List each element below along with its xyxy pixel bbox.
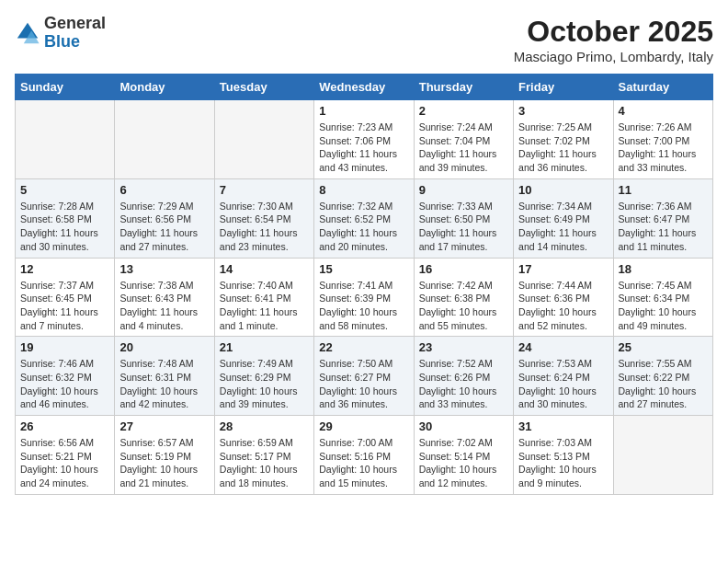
day-info: Sunrise: 7:34 AM Sunset: 6:49 PM Dayligh… (518, 200, 608, 254)
day-number: 21 (220, 340, 309, 354)
calendar-cell: 17Sunrise: 7:44 AM Sunset: 6:36 PM Dayli… (514, 258, 613, 337)
logo: General Blue (15, 15, 106, 52)
title-block: October 2025 Masciago Primo, Lombardy, I… (514, 15, 713, 64)
calendar-cell: 11Sunrise: 7:36 AM Sunset: 6:47 PM Dayli… (613, 178, 712, 258)
calendar-cell: 8Sunrise: 7:32 AM Sunset: 6:52 PM Daylig… (314, 178, 414, 258)
calendar-week-row: 26Sunrise: 6:56 AM Sunset: 5:21 PM Dayli… (16, 416, 713, 495)
calendar-cell: 23Sunrise: 7:52 AM Sunset: 6:26 PM Dayli… (414, 337, 513, 416)
calendar-cell: 19Sunrise: 7:46 AM Sunset: 6:32 PM Dayli… (16, 337, 115, 416)
day-info: Sunrise: 7:30 AM Sunset: 6:54 PM Dayligh… (220, 200, 309, 254)
weekday-header-friday: Friday (514, 75, 613, 100)
calendar-cell: 29Sunrise: 7:00 AM Sunset: 5:16 PM Dayli… (314, 416, 414, 495)
day-info: Sunrise: 7:26 AM Sunset: 7:00 PM Dayligh… (619, 121, 708, 175)
day-info: Sunrise: 7:29 AM Sunset: 6:56 PM Dayligh… (119, 200, 209, 254)
calendar-cell (115, 100, 214, 179)
day-info: Sunrise: 7:00 AM Sunset: 5:16 PM Dayligh… (319, 436, 408, 490)
calendar-cell: 31Sunrise: 7:03 AM Sunset: 5:13 PM Dayli… (514, 416, 613, 495)
day-info: Sunrise: 7:28 AM Sunset: 6:58 PM Dayligh… (20, 200, 109, 254)
day-number: 30 (419, 419, 508, 433)
day-info: Sunrise: 7:49 AM Sunset: 6:29 PM Dayligh… (220, 357, 309, 411)
logo-text: General Blue (44, 15, 106, 52)
calendar-cell: 7Sunrise: 7:30 AM Sunset: 6:54 PM Daylig… (214, 178, 313, 258)
calendar-cell: 27Sunrise: 6:57 AM Sunset: 5:19 PM Dayli… (115, 416, 214, 495)
day-info: Sunrise: 7:23 AM Sunset: 7:06 PM Dayligh… (319, 121, 408, 175)
calendar-cell: 26Sunrise: 6:56 AM Sunset: 5:21 PM Dayli… (16, 416, 115, 495)
weekday-header-tuesday: Tuesday (214, 75, 313, 100)
calendar-cell: 5Sunrise: 7:28 AM Sunset: 6:58 PM Daylig… (16, 178, 115, 258)
weekday-header-row: SundayMondayTuesdayWednesdayThursdayFrid… (16, 75, 713, 100)
day-info: Sunrise: 7:53 AM Sunset: 6:24 PM Dayligh… (518, 357, 608, 411)
day-number: 8 (319, 183, 408, 197)
day-info: Sunrise: 7:33 AM Sunset: 6:50 PM Dayligh… (419, 200, 508, 254)
day-info: Sunrise: 7:38 AM Sunset: 6:43 PM Dayligh… (119, 279, 209, 333)
day-number: 2 (419, 104, 508, 118)
month-title: October 2025 (514, 15, 713, 49)
calendar-cell: 1Sunrise: 7:23 AM Sunset: 7:06 PM Daylig… (314, 100, 414, 179)
calendar-cell: 30Sunrise: 7:02 AM Sunset: 5:14 PM Dayli… (414, 416, 513, 495)
calendar: SundayMondayTuesdayWednesdayThursdayFrid… (15, 74, 713, 495)
day-number: 17 (518, 262, 608, 276)
calendar-cell: 14Sunrise: 7:40 AM Sunset: 6:41 PM Dayli… (214, 258, 313, 337)
day-number: 14 (220, 262, 309, 276)
day-info: Sunrise: 7:52 AM Sunset: 6:26 PM Dayligh… (419, 357, 508, 411)
logo-blue: Blue (44, 32, 80, 51)
day-number: 19 (20, 340, 109, 354)
day-number: 3 (518, 104, 608, 118)
calendar-week-row: 19Sunrise: 7:46 AM Sunset: 6:32 PM Dayli… (16, 337, 713, 416)
day-number: 6 (119, 183, 209, 197)
calendar-cell: 4Sunrise: 7:26 AM Sunset: 7:00 PM Daylig… (613, 100, 712, 179)
day-info: Sunrise: 7:50 AM Sunset: 6:27 PM Dayligh… (319, 357, 408, 411)
day-info: Sunrise: 7:37 AM Sunset: 6:45 PM Dayligh… (20, 279, 109, 333)
day-number: 15 (319, 262, 408, 276)
day-info: Sunrise: 7:36 AM Sunset: 6:47 PM Dayligh… (619, 200, 708, 254)
calendar-cell: 15Sunrise: 7:41 AM Sunset: 6:39 PM Dayli… (314, 258, 414, 337)
day-number: 18 (619, 262, 708, 276)
day-number: 13 (119, 262, 209, 276)
weekday-header-sunday: Sunday (16, 75, 115, 100)
day-number: 26 (20, 419, 109, 433)
calendar-cell (214, 100, 313, 179)
calendar-cell: 2Sunrise: 7:24 AM Sunset: 7:04 PM Daylig… (414, 100, 513, 179)
day-number: 24 (518, 340, 608, 354)
calendar-cell: 25Sunrise: 7:55 AM Sunset: 6:22 PM Dayli… (613, 337, 712, 416)
day-number: 22 (319, 340, 408, 354)
calendar-cell: 9Sunrise: 7:33 AM Sunset: 6:50 PM Daylig… (414, 178, 513, 258)
day-number: 28 (220, 419, 309, 433)
day-info: Sunrise: 7:02 AM Sunset: 5:14 PM Dayligh… (419, 436, 508, 490)
calendar-cell: 16Sunrise: 7:42 AM Sunset: 6:38 PM Dayli… (414, 258, 513, 337)
day-info: Sunrise: 7:48 AM Sunset: 6:31 PM Dayligh… (119, 357, 209, 411)
calendar-cell: 20Sunrise: 7:48 AM Sunset: 6:31 PM Dayli… (115, 337, 214, 416)
day-info: Sunrise: 7:45 AM Sunset: 6:34 PM Dayligh… (619, 279, 708, 333)
weekday-header-thursday: Thursday (414, 75, 513, 100)
day-number: 31 (518, 419, 608, 433)
location: Masciago Primo, Lombardy, Italy (514, 49, 713, 64)
day-info: Sunrise: 7:03 AM Sunset: 5:13 PM Dayligh… (518, 436, 608, 490)
calendar-cell: 6Sunrise: 7:29 AM Sunset: 6:56 PM Daylig… (115, 178, 214, 258)
day-info: Sunrise: 6:56 AM Sunset: 5:21 PM Dayligh… (20, 436, 109, 490)
weekday-header-saturday: Saturday (613, 75, 712, 100)
day-number: 16 (419, 262, 508, 276)
day-number: 1 (319, 104, 408, 118)
calendar-cell: 18Sunrise: 7:45 AM Sunset: 6:34 PM Dayli… (613, 258, 712, 337)
day-number: 27 (119, 419, 209, 433)
calendar-cell: 28Sunrise: 6:59 AM Sunset: 5:17 PM Dayli… (214, 416, 313, 495)
day-info: Sunrise: 6:57 AM Sunset: 5:19 PM Dayligh… (119, 436, 209, 490)
day-info: Sunrise: 7:42 AM Sunset: 6:38 PM Dayligh… (419, 279, 508, 333)
day-number: 4 (619, 104, 708, 118)
day-number: 23 (419, 340, 508, 354)
calendar-cell: 24Sunrise: 7:53 AM Sunset: 6:24 PM Dayli… (514, 337, 613, 416)
calendar-week-row: 5Sunrise: 7:28 AM Sunset: 6:58 PM Daylig… (16, 178, 713, 258)
day-info: Sunrise: 7:24 AM Sunset: 7:04 PM Dayligh… (419, 121, 508, 175)
calendar-cell: 22Sunrise: 7:50 AM Sunset: 6:27 PM Dayli… (314, 337, 414, 416)
calendar-cell: 12Sunrise: 7:37 AM Sunset: 6:45 PM Dayli… (16, 258, 115, 337)
calendar-cell: 10Sunrise: 7:34 AM Sunset: 6:49 PM Dayli… (514, 178, 613, 258)
calendar-cell: 13Sunrise: 7:38 AM Sunset: 6:43 PM Dayli… (115, 258, 214, 337)
day-number: 9 (419, 183, 508, 197)
day-number: 10 (518, 183, 608, 197)
calendar-week-row: 12Sunrise: 7:37 AM Sunset: 6:45 PM Dayli… (16, 258, 713, 337)
day-info: Sunrise: 7:55 AM Sunset: 6:22 PM Dayligh… (619, 357, 708, 411)
day-number: 20 (119, 340, 209, 354)
day-number: 29 (319, 419, 408, 433)
day-number: 11 (619, 183, 708, 197)
day-number: 5 (20, 183, 109, 197)
